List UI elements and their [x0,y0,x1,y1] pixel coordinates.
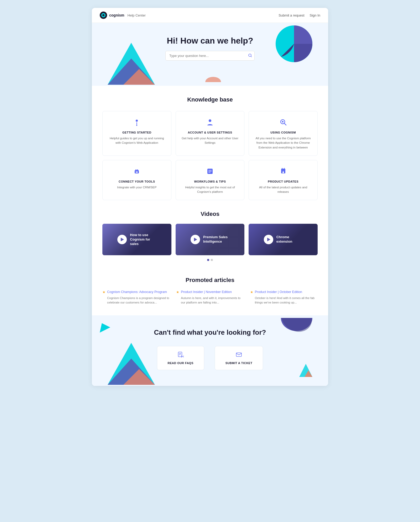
article-item-3[interactable]: ★ Product Insider | October Edition Octo… [250,290,318,305]
video-dot-1[interactable] [207,259,209,261]
video-card-3[interactable]: Chrome extension [249,224,318,255]
article-link-3: ★ Product Insider | October Edition [250,290,318,294]
hero-section: Hi! How can we help? [92,23,328,86]
videos-title: Videos [102,211,318,217]
svg-point-2 [102,14,104,16]
video-play-3 [264,235,273,244]
card-product-updates[interactable]: PRODUCT UPDATES All of the latest produc… [249,160,318,200]
card-title-getting-started: GETTING STARTED [108,131,166,134]
knowledge-base-title: Knowledge base [102,96,318,103]
video-label-2: Premium Sales Intelligence [203,235,229,244]
knowledge-base-grid: GETTING STARTED Helpful guides to get yo… [102,111,318,200]
svg-rect-18 [135,169,136,171]
hero-shape-left [108,43,155,86]
article-title-3: Product Insider | October Edition [255,290,302,294]
articles-title: Promoted articles [102,277,318,284]
card-account-user-settings[interactable]: ACCOUNT & USER SETTINGS Get help with yo… [176,111,245,156]
video-play-2 [191,235,200,244]
article-title-2: Product Insider | November Edition [181,290,232,294]
video-content-2: Premium Sales Intelligence [186,235,234,244]
card-getting-started[interactable]: GETTING STARTED Helpful guides to get yo… [102,111,171,156]
submit-request-link[interactable]: Submit a request [279,13,304,17]
article-item-1[interactable]: ★ Cognism Champions: Advocacy Program Co… [102,290,170,305]
card-desc-workflows: Helpful insights to get the most out of … [181,185,239,194]
video-card-1[interactable]: How to use Cognism for sales [102,224,171,255]
svg-point-11 [136,125,137,126]
article-star-3: ★ [250,290,253,294]
card-desc-getting-started: Helpful guides to get you up and running… [108,136,166,145]
card-title-product-updates: PRODUCT UPDATES [254,180,312,183]
read-faqs-button[interactable]: READ OUR FAQS [157,346,204,370]
cta-title: Can't find what you're looking for? [102,328,318,337]
videos-section: Videos How to use Cognism for sales P [92,208,328,271]
play-triangle-3 [267,238,270,241]
workflows-tips-icon [181,167,239,177]
card-title-workflows: WORKFLOWS & TIPS [181,180,239,183]
card-workflows-tips[interactable]: WORKFLOWS & TIPS Helpful insights to get… [176,160,245,200]
header-nav: Submit a request Sign In [279,13,320,17]
search-bar [165,51,255,61]
search-button[interactable] [248,54,252,58]
cta-buttons: READ OUR FAQS SUBMIT A TICKET [102,346,318,370]
read-faqs-label: READ OUR FAQS [168,361,193,365]
svg-line-9 [251,56,252,57]
card-desc-connect-tools: Integrate with your CRM/SEP [108,185,166,190]
video-card-2[interactable]: Premium Sales Intelligence [176,224,245,255]
sign-in-link[interactable]: Sign In [310,13,320,17]
svg-point-8 [249,54,251,56]
article-desc-1: Cognism Champions is a program designed … [102,296,170,305]
submit-ticket-button[interactable]: SUBMIT A TICKET [215,346,263,370]
play-triangle-1 [121,238,124,241]
videos-grid: How to use Cognism for sales Premium Sal… [102,224,318,255]
submit-ticket-label: SUBMIT A TICKET [225,361,253,365]
article-link-2: ★ Product Insider | November Edition [176,290,244,294]
connect-tools-icon [108,167,166,177]
help-center-label: Help Center [128,13,146,17]
card-desc-using-cognism: All you need to use the Cognism platform… [254,136,312,150]
svg-point-7 [205,77,221,82]
svg-rect-40 [236,353,242,356]
logo-text: cognism [109,13,124,17]
video-label-3: Chrome extension [276,235,303,244]
play-triangle-2 [194,238,197,241]
cognism-logo-icon [100,12,107,19]
svg-rect-19 [137,169,138,171]
article-link-1: ★ Cognism Champions: Advocacy Program [102,290,170,294]
video-dot-2[interactable] [211,259,213,261]
card-desc-product-updates: All of the latest product updates and re… [254,185,312,194]
card-title-account: ACCOUNT & USER SETTINGS [181,131,239,134]
article-title-1: Cognism Champions: Advocacy Program [107,290,167,294]
card-using-cognism[interactable]: USING COGNISM All you need to use the Co… [249,111,318,156]
svg-rect-13 [209,120,211,122]
articles-grid: ★ Cognism Champions: Advocacy Program Co… [102,290,318,305]
svg-rect-36 [178,352,182,357]
video-content-3: Chrome extension [260,235,307,244]
account-user-settings-icon [181,118,239,128]
header: cognism Help Center Submit a request Sig… [92,8,328,23]
search-icon [248,54,252,57]
svg-rect-20 [136,172,138,173]
svg-line-15 [284,123,286,125]
page-container: cognism Help Center Submit a request Sig… [92,8,328,386]
logo-area: cognism Help Center [100,12,146,19]
articles-section: Promoted articles ★ Cognism Champions: A… [92,271,328,315]
product-updates-icon [254,167,312,177]
video-label-1: How to use Cognism for sales [130,233,156,246]
article-star-1: ★ [102,290,106,294]
cta-section: Can't find what you're looking for? READ… [92,315,328,386]
hero-shape-small [205,74,221,83]
knowledge-base-section: Knowledge base GETTING STARTED Helpful g… [92,86,328,208]
article-star-2: ★ [176,290,179,294]
svg-point-10 [136,120,138,122]
card-connect-tools[interactable]: CONNECT YOUR TOOLS Integrate with your C… [102,160,171,200]
search-input[interactable] [165,51,255,61]
card-title-using-cognism: USING COGNISM [254,131,312,134]
article-desc-3: October is here! And with it comes all t… [250,296,318,305]
card-title-connect-tools: CONNECT YOUR TOOLS [108,180,166,183]
svg-point-16 [282,121,284,122]
article-desc-2: Autumn is here, and with it, improvement… [176,296,244,305]
article-item-2[interactable]: ★ Product Insider | November Edition Aut… [176,290,244,305]
card-desc-account: Get help with your Account and other Use… [181,136,239,145]
video-dots [102,259,318,261]
read-faqs-icon [177,351,184,359]
